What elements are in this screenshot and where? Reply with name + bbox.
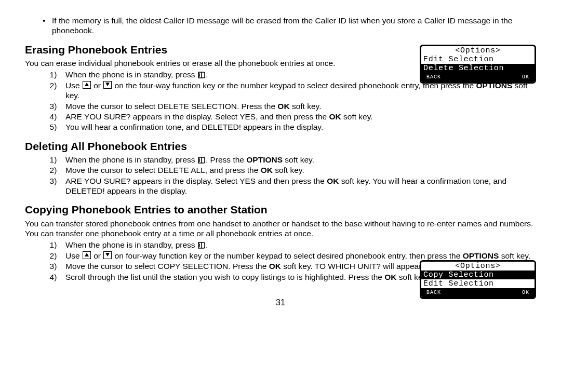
softkey-ok: OK [522,73,529,82]
note-text: If the memory is full, the oldest Caller… [52,16,536,36]
up-key-icon [83,81,91,89]
up-key-icon [83,251,91,259]
lcd-options-delete: <Options> Edit Selection Delete Selectio… [420,45,536,84]
lcd-row-edit: Edit Selection [421,55,535,64]
lcd-options-copy: <Options> Copy Selection Edit Selection … [420,260,536,299]
copying-intro: You can transfer stored phonebook entrie… [25,219,536,239]
down-key-icon [103,81,112,89]
heading-deleting-all: Deleting All Phonebook Entries [25,140,536,153]
phonebook-icon [197,157,206,164]
down-key-icon [103,251,112,259]
step: Move the cursor to select DELETE SELECTI… [61,101,536,111]
phonebook-icon [197,72,206,78]
lcd-row-delete: Delete Selection [421,64,535,73]
step: ARE YOU SURE? appears in the display. Se… [61,176,536,196]
lcd-title: <Options> [421,262,535,271]
step: When the phone is in standby, press . Pr… [61,155,536,165]
softkey-back: BACK [426,288,441,297]
step: Move the cursor to select DELETE ALL, an… [61,165,536,175]
memory-full-note: If the memory is full, the oldest Caller… [25,16,536,36]
lcd-softkeys: BACK OK [421,73,535,82]
softkey-ok: OK [522,288,529,297]
lcd-title: <Options> [421,46,535,55]
deleteall-steps: When the phone is in standby, press . Pr… [25,155,536,196]
lcd-softkeys: BACK OK [421,288,535,298]
step: You will hear a confirmation tone, and D… [61,122,536,132]
step: When the phone is in standby, press . [61,240,536,250]
softkey-back: BACK [426,73,441,82]
heading-copying: Copying Phonebook Entries to another Sta… [25,203,536,217]
lcd-row-edit: Edit Selection [421,279,535,288]
phonebook-icon [197,242,206,249]
lcd-row-copy: Copy Selection [421,271,535,279]
step: ARE YOU SURE? appears in the display. Se… [61,112,536,121]
step: Use or on four-way function key or the n… [61,251,536,261]
